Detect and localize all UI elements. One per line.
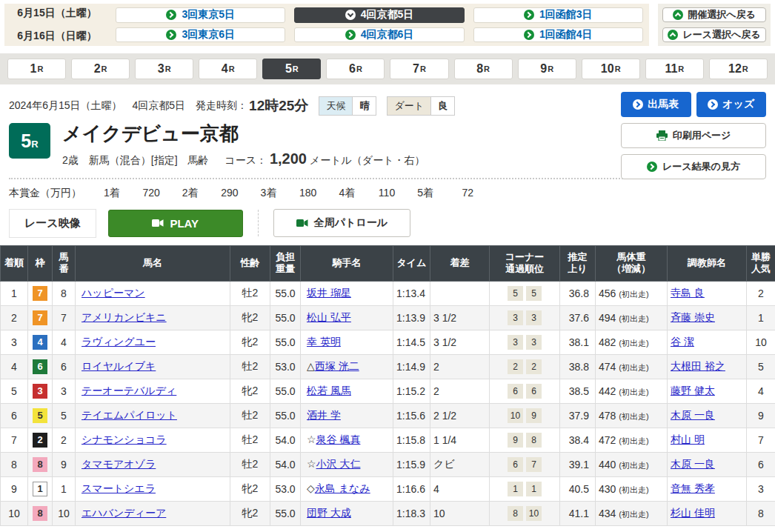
horse-number: 9 bbox=[53, 453, 76, 477]
corner-position: 3 bbox=[526, 310, 542, 325]
win-favorite-rank: 9 bbox=[747, 404, 775, 428]
print-page-button[interactable]: 印刷用ページ bbox=[621, 123, 766, 148]
race-tab-number: 3 bbox=[158, 62, 164, 76]
horse-name-cell: シナモンショコラ bbox=[76, 428, 230, 453]
carried-weight: 54.0 bbox=[270, 428, 301, 453]
course-distance: 1,200 bbox=[270, 150, 307, 167]
back-to-meeting-select-button[interactable]: 開催選択へ戻る bbox=[662, 7, 766, 22]
race-tab-3R[interactable]: 3R bbox=[135, 59, 193, 79]
trainer-name-link[interactable]: 木原 一良 bbox=[671, 458, 715, 470]
meeting-button[interactable]: 1回函館4日 bbox=[473, 27, 643, 43]
race-tab-5R[interactable]: 5R bbox=[262, 59, 321, 79]
horse-name-link[interactable]: ハッピーマン bbox=[82, 287, 145, 299]
race-tab-number: 7 bbox=[413, 62, 419, 76]
trainer-name-link[interactable]: 音無 秀孝 bbox=[671, 482, 715, 494]
race-tab-12R[interactable]: 12R bbox=[709, 59, 768, 79]
trainer-name-link[interactable]: 寺島 良 bbox=[671, 287, 705, 299]
chevron-up-icon bbox=[668, 30, 678, 40]
meeting-button[interactable]: 3回東京5日 bbox=[116, 7, 285, 23]
horse-weight-cell: 440 (初出走) bbox=[596, 453, 668, 477]
horse-name-cell: エハバンディーア bbox=[76, 502, 230, 526]
race-meeting: 4回京都5日 bbox=[133, 99, 186, 113]
horse-name-link[interactable]: シナモンショコラ bbox=[82, 433, 167, 445]
trainer-name-link[interactable]: 大根田 裕之 bbox=[671, 360, 725, 372]
jockey-name-link[interactable]: 小沢 大仁 bbox=[316, 458, 361, 470]
back-to-race-select-button[interactable]: レース選択へ戻る bbox=[662, 27, 766, 42]
horse-name-link[interactable]: ロイヤルイブキ bbox=[82, 360, 156, 372]
race-tab-2R[interactable]: 2R bbox=[71, 59, 130, 79]
horse-weight-cell: 442 (初出走) bbox=[596, 379, 668, 404]
chevron-right-icon bbox=[708, 99, 718, 110]
win-favorite-rank: 1 bbox=[747, 306, 775, 330]
jockey-name-link[interactable]: 泉谷 楓真 bbox=[316, 433, 361, 445]
race-tab-1R[interactable]: 1R bbox=[7, 59, 66, 79]
meeting-button[interactable]: 1回函館3日 bbox=[473, 7, 643, 23]
estimated-last-3f: 37.6 bbox=[560, 306, 596, 330]
horse-name-link[interactable]: ラヴィングユー bbox=[82, 336, 156, 348]
trainer-name-link[interactable]: 藤野 健太 bbox=[671, 385, 715, 396]
jockey-name-link[interactable]: 酒井 学 bbox=[307, 409, 341, 421]
margin: 3 1/2 bbox=[430, 306, 490, 330]
trainer-name-link[interactable]: 杉山 佳明 bbox=[671, 507, 715, 519]
jockey-name-link[interactable]: 幸 英明 bbox=[307, 336, 341, 348]
jockey-name-link[interactable]: 団野 大成 bbox=[307, 507, 351, 519]
course-label: コース： bbox=[224, 154, 267, 166]
nav-meetings: 3回東京5日4回京都5日1回函館3日3回東京6日4回京都6日1回函館4日 bbox=[110, 4, 649, 46]
race-tab-7R[interactable]: 7R bbox=[390, 59, 448, 79]
horse-name-link[interactable]: スマートシエラ bbox=[82, 482, 156, 494]
estimated-last-3f: 40.5 bbox=[560, 477, 596, 502]
horse-name-link[interactable]: テイエムパイロット bbox=[82, 409, 177, 421]
odds-button[interactable]: オッズ bbox=[696, 92, 767, 117]
trainer-name-link[interactable]: 木原 一良 bbox=[671, 409, 715, 421]
results-column-header: 馬体重（増減） bbox=[596, 245, 668, 282]
corner-position: 2 bbox=[526, 359, 542, 374]
win-favorite-rank: 4 bbox=[747, 379, 775, 404]
meeting-button[interactable]: 4回京都5日 bbox=[294, 7, 464, 23]
finish-time: 1:15.2 bbox=[393, 379, 430, 404]
results-guide-button[interactable]: レース結果の見方 bbox=[621, 154, 766, 179]
trainer-name-link[interactable]: 谷 潔 bbox=[671, 336, 694, 348]
race-tab-9R[interactable]: 9R bbox=[518, 59, 576, 79]
jockey-name-link[interactable]: 西塚 洸二 bbox=[315, 360, 359, 372]
play-button-label: PLAY bbox=[170, 217, 199, 230]
jockey-name-link[interactable]: 坂井 瑠星 bbox=[307, 287, 351, 299]
horse-name-link[interactable]: アメリカンビキニ bbox=[82, 311, 167, 323]
horse-weight-value: 430 bbox=[599, 483, 619, 495]
prize-item: 4着110 bbox=[339, 187, 395, 200]
jockey-name-link[interactable]: 松若 風馬 bbox=[307, 385, 351, 396]
horse-name-link[interactable]: エハバンディーア bbox=[82, 507, 166, 519]
patrol-video-button[interactable]: 全周パトロール bbox=[273, 209, 410, 237]
race-video-label: レース映像 bbox=[9, 209, 96, 238]
race-tab-number: 12 bbox=[728, 62, 742, 76]
finish-time: 1:16.6 bbox=[393, 477, 430, 502]
race-tab-number: 1 bbox=[30, 62, 37, 76]
entries-button[interactable]: 出馬表 bbox=[621, 92, 691, 117]
race-tab-10R[interactable]: 10R bbox=[582, 59, 640, 79]
play-button[interactable]: PLAY bbox=[108, 210, 243, 237]
patrol-video-label: 全周パトロール bbox=[314, 216, 388, 230]
horse-name-link[interactable]: タマモアオゾラ bbox=[82, 458, 156, 470]
race-tab-6R[interactable]: 6R bbox=[326, 59, 385, 79]
track-value: 良 bbox=[431, 97, 454, 115]
jockey-cell: ◇永島 まなみ bbox=[301, 477, 393, 502]
trainer-name-link[interactable]: 斉藤 崇史 bbox=[671, 311, 715, 323]
race-tab-4R[interactable]: 4R bbox=[199, 59, 257, 79]
margin bbox=[430, 282, 490, 306]
jockey-name-link[interactable]: 松山 弘平 bbox=[307, 311, 351, 323]
result-row: 277アメリカンビキニ牝255.0松山 弘平1:13.93 1/23337.64… bbox=[1, 306, 775, 330]
race-tab-suffix: R bbox=[102, 64, 107, 73]
prize-place-label: 1着 bbox=[104, 187, 120, 200]
corner-position: 3 bbox=[526, 335, 542, 350]
meeting-button-label: 4回京都5日 bbox=[361, 8, 414, 21]
result-row: 655テイエムパイロット牡255.0酒井 学1:15.62 1/210937.9… bbox=[1, 404, 775, 428]
trainer-cell: 村山 明 bbox=[668, 428, 747, 453]
jockey-name-link[interactable]: 永島 まなみ bbox=[315, 482, 370, 494]
trainer-name-link[interactable]: 村山 明 bbox=[671, 433, 705, 445]
chevron-up-icon bbox=[673, 10, 683, 20]
meeting-button[interactable]: 4回京都6日 bbox=[294, 27, 464, 43]
race-tab-11R[interactable]: 11R bbox=[645, 59, 704, 79]
meeting-button[interactable]: 3回東京6日 bbox=[116, 27, 285, 43]
race-tab-8R[interactable]: 8R bbox=[454, 59, 513, 79]
horse-name-link[interactable]: テーオーテバルディ bbox=[82, 385, 176, 396]
horse-number: 6 bbox=[53, 355, 76, 379]
